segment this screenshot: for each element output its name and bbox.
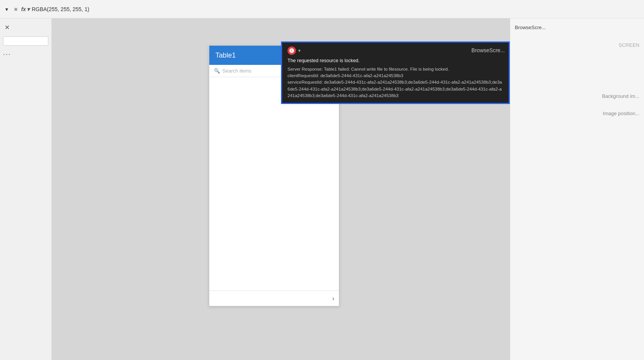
- search-placeholder-text: Search items: [222, 68, 251, 74]
- error-detail-line2: clientRequestId: de3a6de5-244d-431c-afa2…: [288, 73, 503, 79]
- background-image-label: Background im...: [602, 93, 639, 99]
- error-detail-line1: Server Response: Table1 failed: Cannot w…: [288, 66, 503, 73]
- screen-section-label: SCREEN: [619, 42, 639, 48]
- search-icon: 🔍: [214, 68, 220, 74]
- error-box: ▾ BrowseScre... The requested resource i…: [281, 41, 510, 104]
- formula-input[interactable]: [32, 6, 641, 12]
- formula-bar: fx ▾: [21, 6, 641, 12]
- error-title: The requested resource is locked.: [288, 57, 503, 64]
- table1-footer: ›: [209, 291, 339, 306]
- table1-title: Table1: [215, 51, 236, 59]
- left-sidebar: ✕ ···: [0, 18, 52, 360]
- top-toolbar: ▾ ≡ fx ▾: [0, 0, 644, 18]
- error-detail-line3: serviceRequestId: de3a6de5-244d-431c-afa…: [288, 79, 503, 99]
- sidebar-search-input[interactable]: [3, 36, 48, 46]
- table1-body: [209, 77, 339, 291]
- close-button[interactable]: ✕: [3, 23, 11, 32]
- error-svg-icon: [289, 48, 294, 53]
- right-sidebar: SCREEN BrowseScre... Background im... Im…: [510, 18, 644, 360]
- dropdown-arrow-icon: ▾: [5, 6, 8, 12]
- image-position-label: Image position...: [603, 111, 639, 116]
- hamburger-icon: ≡: [14, 6, 17, 12]
- close-icon: ✕: [5, 24, 10, 31]
- main-canvas: Table1 🔍 Search items › ▾ BrowseScre...: [52, 18, 510, 360]
- fx-icon: fx ▾: [21, 6, 29, 12]
- error-icon[interactable]: [288, 46, 296, 55]
- chevron-right-icon: ›: [332, 295, 334, 302]
- error-header-row: ▾ BrowseScre...: [288, 46, 503, 55]
- hamburger-button[interactable]: ≡: [12, 5, 20, 14]
- more-options-button[interactable]: ···: [3, 50, 11, 58]
- dropdown-button[interactable]: ▾: [3, 5, 10, 14]
- fx-dropdown-arrow: ▾: [27, 6, 30, 12]
- error-overlay: ▾ BrowseScre... The requested resource i…: [281, 41, 510, 104]
- error-dropdown-arrow-icon[interactable]: ▾: [298, 47, 301, 54]
- browse-screen-label: BrowseScre...: [472, 46, 505, 54]
- browse-screen-nav-label: BrowseScre...: [515, 25, 639, 30]
